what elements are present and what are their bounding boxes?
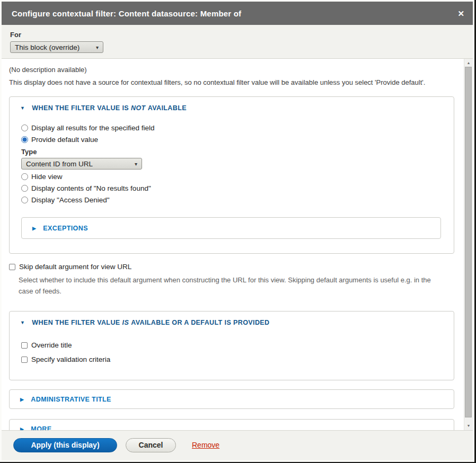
- fieldset-not-available: ▼ WHEN THE FILTER VALUE IS NOT AVAILABLE…: [9, 96, 454, 254]
- option-hide-view-label: Hide view: [31, 173, 63, 181]
- for-select[interactable]: This block (override) ▾: [10, 41, 103, 53]
- fieldset-exceptions-legend[interactable]: ▶ EXCEPTIONS: [32, 225, 88, 232]
- option-display-all[interactable]: Display all results for the specified fi…: [21, 122, 442, 133]
- configure-contextual-filter-dialog: Configure contextual filter: Content dat…: [0, 0, 474, 462]
- fieldset-available-legend[interactable]: ▼ WHEN THE FILTER VALUE IS AVAILABLE OR …: [20, 319, 442, 326]
- scrollbar-thumb[interactable]: [465, 67, 472, 417]
- checkbox-override-title[interactable]: [21, 342, 28, 349]
- expand-triangle-icon: ▶: [32, 226, 36, 231]
- radio-provide-default[interactable]: [21, 136, 28, 143]
- default-action-options: Display all results for the specified fi…: [21, 122, 442, 206]
- option-provide-default[interactable]: Provide default value: [21, 133, 442, 145]
- for-select-value: This block (override): [15, 43, 80, 51]
- chevron-down-icon: ▾: [91, 44, 99, 50]
- checkbox-validation[interactable]: [21, 357, 28, 363]
- fieldset-more-legend[interactable]: ▶ MORE: [20, 425, 51, 431]
- legend-text-pre: WHEN THE FILTER VALUE: [32, 319, 120, 326]
- legend-text-post: AVAILABLE OR A DEFAULT IS PROVIDED: [131, 319, 269, 326]
- legend-text-pre: WHEN THE FILTER VALUE IS: [32, 104, 129, 112]
- chevron-down-icon: ▾: [129, 161, 137, 167]
- option-access-denied-label: Display "Access Denied": [31, 196, 110, 204]
- option-display-all-label: Display all results for the specified fi…: [31, 124, 155, 132]
- cancel-button[interactable]: Cancel: [126, 438, 176, 452]
- radio-display-all[interactable]: [21, 124, 28, 131]
- fieldset-available: ▼ WHEN THE FILTER VALUE IS AVAILABLE OR …: [9, 311, 454, 380]
- type-label: Type: [21, 148, 442, 156]
- fieldset-not-available-legend[interactable]: ▼ WHEN THE FILTER VALUE IS NOT AVAILABLE: [20, 104, 442, 112]
- option-no-results[interactable]: Display contents of "No results found": [21, 182, 442, 194]
- legend-text-em: NOT: [131, 104, 146, 112]
- option-override-title-label: Override title: [31, 341, 72, 349]
- option-hide-view[interactable]: Hide view: [21, 171, 442, 182]
- scroll-up-icon[interactable]: ▲: [464, 59, 473, 66]
- dialog-content: (No description available) This display …: [2, 59, 473, 430]
- vertical-scrollbar[interactable]: ▲ ▼: [464, 59, 473, 430]
- option-provide-default-label: Provide default value: [31, 136, 98, 144]
- fieldset-administrative-title[interactable]: ▶ ADMINISTRATIVE TITLE: [9, 389, 454, 409]
- expand-triangle-icon: ▶: [20, 426, 24, 431]
- collapse-triangle-icon: ▼: [20, 105, 25, 111]
- source-note-text: This display does not have a source for …: [9, 78, 456, 86]
- dialog-titlebar[interactable]: Configure contextual filter: Content dat…: [2, 2, 473, 25]
- available-options: Override title Specify validation criter…: [21, 338, 442, 367]
- option-no-results-label: Display contents of "No results found": [31, 184, 151, 192]
- dialog-footer: Apply (this display) Cancel Remove: [2, 430, 473, 460]
- for-label: For: [10, 31, 464, 39]
- radio-hide-view[interactable]: [21, 173, 28, 180]
- remove-link[interactable]: Remove: [192, 441, 219, 449]
- fieldset-more[interactable]: ▶ MORE: [9, 419, 454, 430]
- apply-button[interactable]: Apply (this display): [13, 438, 117, 452]
- skip-default-label: Skip default argument for view URL: [19, 263, 131, 271]
- fieldset-administrative-title-legend[interactable]: ▶ ADMINISTRATIVE TITLE: [20, 396, 111, 403]
- for-section: For This block (override) ▾: [2, 25, 473, 59]
- administrative-title-legend-text: ADMINISTRATIVE TITLE: [31, 396, 111, 403]
- collapse-triangle-icon: ▼: [20, 320, 25, 325]
- checkbox-skip-default[interactable]: [9, 264, 15, 270]
- exceptions-legend-text: EXCEPTIONS: [43, 225, 88, 232]
- no-description-text: (No description available): [9, 66, 456, 74]
- option-validation-label: Specify validation criteria: [31, 355, 110, 363]
- legend-text-em: IS: [122, 319, 129, 326]
- scroll-down-icon[interactable]: ▼: [464, 422, 473, 429]
- close-icon[interactable]: ✕: [457, 10, 464, 17]
- expand-triangle-icon: ▶: [20, 397, 24, 402]
- type-select-value: Content ID from URL: [26, 160, 93, 168]
- legend-text-post: AVAILABLE: [148, 104, 187, 112]
- option-override-title[interactable]: Override title: [21, 338, 442, 352]
- skip-default-argument-row[interactable]: Skip default argument for view URL: [9, 263, 456, 271]
- radio-no-results[interactable]: [21, 185, 28, 192]
- option-validation[interactable]: Specify validation criteria: [21, 352, 442, 367]
- radio-access-denied[interactable]: [21, 197, 28, 203]
- more-legend-text: MORE: [31, 425, 51, 431]
- option-access-denied[interactable]: Display "Access Denied": [21, 194, 442, 206]
- fieldset-exceptions[interactable]: ▶ EXCEPTIONS: [21, 217, 441, 239]
- dialog-title: Configure contextual filter: Content dat…: [12, 9, 241, 18]
- type-select[interactable]: Content ID from URL ▾: [21, 158, 142, 170]
- skip-default-description: Select whether to include this default a…: [19, 274, 440, 297]
